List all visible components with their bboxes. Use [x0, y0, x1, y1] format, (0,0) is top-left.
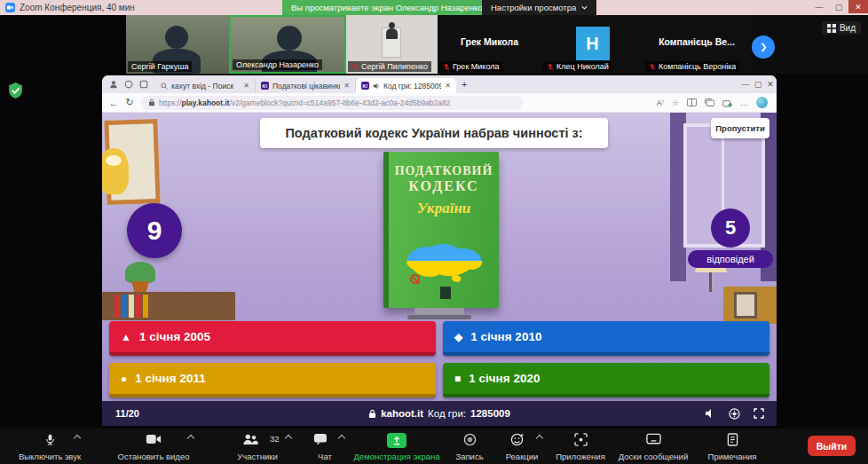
reload-icon[interactable]: ↻ — [122, 97, 138, 108]
share-screen-button[interactable]: Демонстрация экрана — [349, 429, 445, 464]
browser-profile-icon[interactable] — [109, 80, 118, 89]
participant-name-label: Клец Николай — [543, 61, 612, 72]
video-tile[interactable]: Грек Микола Грек Микола — [438, 15, 541, 74]
lamp-decoration — [709, 272, 712, 292]
split-screen-icon[interactable] — [687, 98, 697, 106]
participant-name-label: Грек Микола — [439, 61, 502, 72]
browser-window: кахут вхід - Поиск ✕ K! Податкові цікави… — [102, 75, 777, 426]
participant-name-label: Компанієць Вероніка — [645, 61, 739, 72]
chevron-up-icon[interactable] — [74, 435, 81, 442]
maximize-button[interactable]: ▢ — [752, 80, 764, 89]
video-tile[interactable]: H Клец Николай — [541, 15, 643, 74]
stop-video-button[interactable]: Остановить видео — [99, 429, 208, 464]
grid-view-icon — [827, 24, 836, 33]
participants-button[interactable]: 32 Участники — [220, 429, 295, 464]
reactions-button[interactable]: Реакции — [494, 429, 549, 464]
next-participants-button[interactable] — [752, 35, 775, 59]
tab-audio-icon[interactable] — [373, 83, 380, 90]
whiteboards-button[interactable]: Доски сообщений — [611, 429, 696, 464]
no-sign-icon — [410, 274, 420, 284]
whiteboard-icon — [646, 433, 661, 445]
answers-count-circle: 5 — [711, 208, 750, 248]
video-tile[interactable]: Сергій Пилипенко — [346, 15, 438, 74]
book-spine — [122, 295, 127, 318]
read-aloud-icon[interactable]: A⁾ — [657, 98, 664, 107]
square-icon: ■ — [454, 373, 461, 385]
book-spine — [114, 295, 120, 318]
zoom-meeting-title: Zoom Конференция, 40 мин — [0, 3, 135, 12]
close-button[interactable]: ✕ — [764, 80, 777, 89]
answer-option-square[interactable]: ■ 1 січня 2020 — [443, 363, 769, 397]
picture-frame-decoration — [734, 292, 757, 319]
new-tab-button[interactable]: + — [462, 79, 467, 90]
search-icon — [161, 83, 168, 90]
workspaces-icon[interactable] — [124, 80, 133, 89]
browser-tab-active[interactable]: K! Код гри: 1285009 — Чекан... ✕ — [356, 78, 456, 93]
diamond-icon: ◆ — [454, 331, 462, 343]
notes-button[interactable]: Примечания — [698, 429, 767, 464]
minimize-button[interactable]: — — [739, 80, 752, 89]
maximize-button[interactable]: ▢ — [829, 0, 848, 13]
participant-name-label: Сергій Гаркуша — [128, 61, 192, 72]
participant-display-name: Компанієць Ве... — [643, 36, 750, 47]
close-button[interactable]: ✕ — [848, 0, 868, 13]
answer-option-triangle[interactable]: ▲ 1 січня 2005 — [109, 321, 436, 356]
chevron-up-icon[interactable] — [285, 435, 292, 442]
security-shield-icon — [8, 83, 23, 102]
chevron-right-icon — [760, 43, 768, 52]
back-icon[interactable]: ← — [106, 98, 122, 108]
browser-window-controls: — ▢ ✕ — [739, 80, 777, 89]
participants-count: 32 — [270, 434, 280, 444]
record-icon — [463, 433, 477, 446]
browser-address-bar: ← ↻ https://play.kahoot.it/v2/gameblock?… — [102, 93, 777, 113]
book-stand — [414, 308, 464, 315]
mic-muted-icon — [547, 63, 554, 71]
url-field[interactable]: https://play.kahoot.it/v2/gameblock?quiz… — [141, 96, 523, 110]
leave-meeting-button[interactable]: Выйти — [808, 436, 856, 456]
publisher-logo — [440, 287, 451, 299]
answer-option-circle[interactable]: ● 1 січня 2011 — [109, 363, 436, 397]
share-screen-icon — [387, 433, 406, 448]
tab-close-icon[interactable]: ✕ — [343, 82, 350, 90]
tab-close-icon[interactable]: ✕ — [243, 82, 249, 90]
mic-muted-icon — [649, 63, 656, 71]
chat-button[interactable]: Чат — [302, 429, 348, 464]
video-tile[interactable]: Компанієць Ве... Компанієць Вероніка — [643, 15, 750, 74]
chevron-up-icon[interactable] — [338, 435, 345, 442]
plant-decoration — [125, 262, 155, 283]
video-tile-empty[interactable] — [0, 15, 126, 74]
participant-video-strip: Сергій Гаркуша Олександр Назаренко Сергі… — [0, 15, 868, 74]
participant-display-name: Грек Микола — [438, 36, 541, 47]
toy-decoration — [106, 155, 122, 166]
lock-icon — [148, 98, 155, 106]
participant-silhouette — [165, 26, 188, 49]
browser-tab[interactable]: K! Податкові цікавинки - Детальн... ✕ — [256, 78, 356, 93]
video-tile-active-speaker[interactable]: Олександр Назаренко — [229, 15, 346, 74]
extensions-icon[interactable] — [722, 98, 732, 107]
view-settings-dropdown[interactable]: Настройки просмотра — [482, 0, 596, 15]
mic-muted-icon — [443, 63, 450, 71]
more-menu-icon[interactable]: … — [740, 98, 748, 107]
zoom-app-icon — [5, 3, 15, 12]
skip-button[interactable]: Пропустити — [711, 118, 769, 138]
browser-tab[interactable]: кахут вхід - Поиск ✕ — [155, 78, 256, 93]
answer-option-diamond[interactable]: ◆ 1 січня 2010 — [443, 321, 769, 356]
collections-icon[interactable] — [705, 98, 714, 106]
minimize-button[interactable]: — — [809, 0, 829, 13]
video-tile[interactable]: Сергій Гаркуша — [126, 15, 229, 74]
browser-avatar[interactable] — [756, 97, 768, 108]
tab-actions-icon[interactable] — [139, 80, 148, 89]
chevron-up-icon[interactable] — [536, 435, 543, 442]
notes-icon — [727, 433, 738, 446]
microphone-icon — [43, 433, 57, 447]
view-button[interactable]: Вид — [822, 21, 861, 35]
chevron-down-icon — [581, 5, 588, 10]
mute-button[interactable]: Выключить звук — [0, 429, 99, 464]
zoom-window-controls: — ▢ ✕ — [809, 0, 868, 13]
tab-close-icon[interactable]: ✕ — [445, 82, 451, 90]
record-button[interactable]: Запись — [446, 429, 493, 464]
chevron-up-icon[interactable] — [187, 435, 194, 442]
game-code-text: kahoot.it Код гри: 1285009 — [102, 408, 777, 419]
favorite-star-icon[interactable]: ☆ — [672, 98, 679, 107]
apps-button[interactable]: Приложения — [550, 429, 611, 464]
